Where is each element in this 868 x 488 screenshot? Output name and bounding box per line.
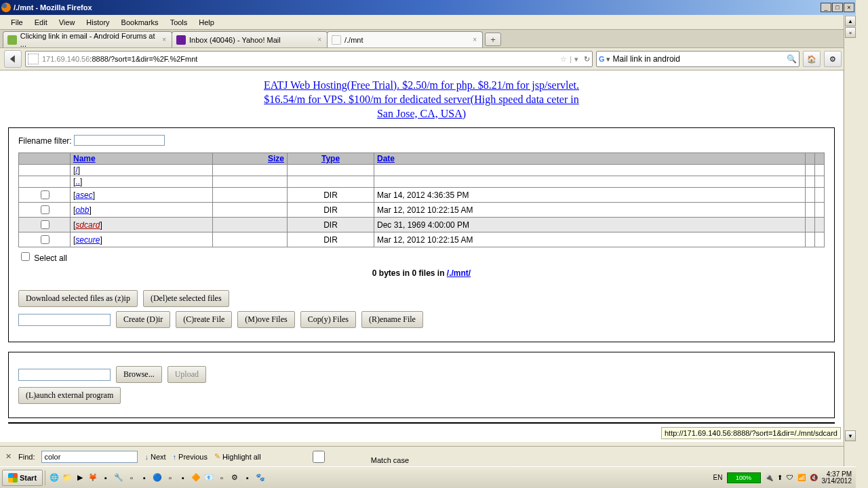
find-next-button[interactable]: ↓Next <box>144 453 165 461</box>
app-icon[interactable]: ▫ <box>125 470 138 485</box>
tab-mnt[interactable]: /./mnt × <box>327 31 483 47</box>
bookmark-star-icon[interactable]: ☆ <box>560 55 567 64</box>
vertical-scrollbar[interactable]: ▲ × ▼ <box>844 15 856 466</box>
menu-history[interactable]: History <box>81 17 115 28</box>
tray-icon[interactable]: 🛡 <box>787 474 793 481</box>
system-tray: EN 100% 🔌 ⬆ 🛡 📶 🔇 4:37 PM 3/14/2012 <box>713 471 856 485</box>
tab-close-icon[interactable]: × <box>316 36 323 43</box>
row-checkbox[interactable] <box>41 235 50 244</box>
launch-program-button[interactable]: (L)aunch external program <box>18 387 121 404</box>
tray-icon[interactable]: 🔌 <box>765 474 773 481</box>
tab-close-icon[interactable]: × <box>471 36 478 43</box>
app-icon[interactable]: 🔵 <box>151 470 163 485</box>
tray-icon[interactable]: 🔇 <box>810 474 818 481</box>
ie-icon[interactable]: 🌐 <box>48 470 60 485</box>
summary-path-link[interactable]: /./mnt/ <box>447 268 471 278</box>
reload-icon[interactable]: ↻ <box>584 55 590 64</box>
file-link[interactable]: / <box>75 165 77 175</box>
search-icon[interactable]: 🔍 <box>787 54 797 64</box>
explorer-icon[interactable]: 📁 <box>61 470 73 485</box>
search-engine-dropdown-icon[interactable]: ▾ <box>605 55 612 64</box>
find-prev-button[interactable]: ↑Previous <box>173 453 208 461</box>
row-checkbox[interactable] <box>41 220 50 229</box>
app-icon[interactable]: ▪ <box>138 470 151 485</box>
col-size[interactable]: Size <box>213 153 288 165</box>
url-bar[interactable]: 171.69.140.56:8888/?sort=1&dir=%2F.%2Fmn… <box>25 51 593 67</box>
clock[interactable]: 4:37 PM 3/14/2012 <box>822 471 852 485</box>
delete-button[interactable]: (Del)ete selected files <box>143 290 229 307</box>
file-link[interactable]: asec <box>75 190 92 200</box>
scroll-up-icon[interactable]: ▲ <box>845 16 856 26</box>
col-name[interactable]: Name <box>71 153 213 165</box>
search-bar[interactable]: G ▾ 🔍 <box>596 51 800 67</box>
tab-close-icon[interactable]: × <box>161 36 167 43</box>
menu-tools[interactable]: Tools <box>165 17 193 28</box>
download-zip-button[interactable]: Download selected files as (z)ip <box>18 290 138 307</box>
new-tab-button[interactable]: + <box>485 33 501 46</box>
findbar-close-icon[interactable]: ✕ <box>5 452 12 461</box>
tab-yahoo-mail[interactable]: Inbox (40046) - Yahoo! Mail × <box>172 31 328 47</box>
row-checkbox[interactable] <box>41 190 50 199</box>
summary-line: 0 bytes in 0 files in /./mnt/ <box>18 268 825 278</box>
match-case-checkbox[interactable]: Match case <box>268 449 409 465</box>
create-dir-button[interactable]: Create (D)ir <box>116 311 170 328</box>
app-icon[interactable]: ▪ <box>241 470 254 485</box>
upload-button[interactable]: Upload <box>167 366 206 383</box>
ad-link[interactable]: EATJ Web Hosting(Free Trial). $2.50/m fo… <box>8 79 835 121</box>
app-icon[interactable]: 🔧 <box>113 470 125 485</box>
minimize-button[interactable]: _ <box>821 3 831 12</box>
rename-file-button[interactable]: (R)ename File <box>361 311 423 328</box>
menu-help[interactable]: Help <box>193 17 220 28</box>
file-link[interactable]: secure <box>75 235 100 245</box>
app-icon[interactable]: 🐾 <box>254 470 267 485</box>
menu-edit[interactable]: Edit <box>29 17 53 28</box>
back-button[interactable] <box>4 50 22 68</box>
addon-button[interactable]: ⚙ <box>824 51 842 67</box>
table-row: [/] <box>19 165 825 176</box>
tray-icon[interactable]: 📶 <box>797 474 806 481</box>
find-input[interactable] <box>41 451 138 463</box>
dropdown-icon[interactable]: ▾ <box>574 55 578 64</box>
copy-files-button[interactable]: Cop(y) Files <box>300 311 356 328</box>
create-file-button[interactable]: (C)reate File <box>176 311 232 328</box>
tab-android-forums[interactable]: Clicking link in email - Android Forums … <box>3 31 172 47</box>
menu-view[interactable]: View <box>54 17 81 28</box>
app-icon[interactable]: 📧 <box>203 470 215 485</box>
tab-label: Clicking link in email - Android Forums … <box>20 32 161 48</box>
media-icon[interactable]: ▶ <box>74 470 86 485</box>
start-button[interactable]: Start <box>2 470 43 486</box>
file-link[interactable]: sdcard <box>75 220 100 230</box>
file-link[interactable]: obb <box>75 205 89 215</box>
home-button[interactable]: 🏠 <box>803 51 821 67</box>
col-checkbox <box>19 153 71 165</box>
menu-file[interactable]: File <box>5 17 28 28</box>
app-icon[interactable]: ▫ <box>164 470 176 485</box>
col-date[interactable]: Date <box>374 153 806 165</box>
move-files-button[interactable]: (M)ove Files <box>237 311 294 328</box>
app-icon[interactable]: ▪ <box>177 470 189 485</box>
upload-path-input[interactable] <box>18 369 111 381</box>
language-indicator[interactable]: EN <box>713 474 723 481</box>
col-type[interactable]: Type <box>288 153 374 165</box>
close-button[interactable]: × <box>844 3 854 12</box>
browse-button[interactable]: Browse... <box>116 366 162 383</box>
menu-bookmarks[interactable]: Bookmarks <box>116 17 164 28</box>
file-link[interactable]: .. <box>75 177 80 186</box>
scroll-down-icon[interactable]: ▼ <box>845 430 856 441</box>
battery-indicator[interactable]: 100% <box>727 472 761 483</box>
row-checkbox[interactable] <box>41 205 50 214</box>
table-row: [sdcard]DIRDec 31, 1969 4:00:00 PM <box>19 218 825 232</box>
scroll-close-icon[interactable]: × <box>845 27 856 38</box>
create-name-input[interactable] <box>18 314 111 326</box>
app-icon[interactable]: 🔶 <box>190 470 202 485</box>
search-input[interactable] <box>612 54 787 64</box>
cmd-icon[interactable]: ▪ <box>100 470 112 485</box>
firefox-taskbar-icon[interactable]: 🦊 <box>87 470 99 485</box>
app-icon[interactable]: ▫ <box>216 470 228 485</box>
tray-icon[interactable]: ⬆ <box>777 474 783 481</box>
maximize-button[interactable]: □ <box>832 3 843 12</box>
highlight-all-button[interactable]: ✎Highlight all <box>214 452 261 461</box>
select-all-checkbox[interactable] <box>21 252 30 261</box>
app-icon[interactable]: ⚙ <box>229 470 241 485</box>
filename-filter-input[interactable] <box>74 135 165 146</box>
